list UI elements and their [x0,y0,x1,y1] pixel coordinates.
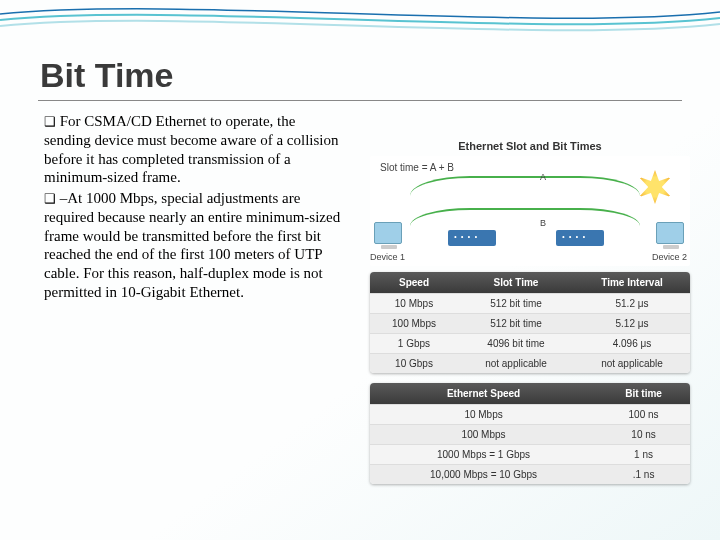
table-row: 10 Gbpsnot applicablenot applicable [370,353,690,373]
device-2-icon [656,222,684,244]
label-a: A [540,172,546,182]
table-header: Speed [370,272,458,293]
table-header: Bit time [597,383,690,404]
table-header: Slot Time [458,272,574,293]
table-row: 10 Mbps100 ns [370,404,690,424]
device-1-label: Device 1 [370,252,405,262]
table-header: Ethernet Speed [370,383,597,404]
table-row: 100 Mbps10 ns [370,424,690,444]
network-diagram: Slot time = A + B A B • • • • • • • • De… [370,156,690,266]
bullet-text-2: –At 1000 Mbps, special adjustments are r… [44,190,340,300]
table-row: 1000 Mbps = 1 Gbps1 ns [370,444,690,464]
figure-title: Ethernet Slot and Bit Times [370,140,690,152]
slot-time-table: Speed Slot Time Time Interval 10 Mbps512… [370,272,690,373]
page-title: Bit Time [40,56,174,95]
device-1-icon [374,222,402,244]
bullet-text-1: For CSMA/CD Ethernet to operate, the sen… [44,113,339,185]
bullet-icon: ❑ [44,114,60,129]
table-header: Time Interval [574,272,690,293]
device-2-label: Device 2 [652,252,687,262]
wave-decoration [0,0,720,40]
table-row: 1 Gbps4096 bit time4.096 μs [370,333,690,353]
bullet-icon: ❑ [44,191,60,206]
figure-container: Ethernet Slot and Bit Times Slot time = … [370,140,690,484]
slot-label: Slot time = A + B [380,162,454,173]
bit-time-table: Ethernet Speed Bit time 10 Mbps100 ns 10… [370,383,690,484]
switch-2-icon: • • • • [556,230,604,246]
bullet-list: ❑ For CSMA/CD Ethernet to operate, the s… [44,112,344,304]
collision-icon [638,170,672,204]
table-row: 10,000 Mbps = 10 Gbps.1 ns [370,464,690,484]
label-b: B [540,218,546,228]
switch-1-icon: • • • • [448,230,496,246]
table-row: 100 Mbps512 bit time5.12 μs [370,313,690,333]
title-underline [38,100,682,101]
arc-b [410,208,640,244]
table-row: 10 Mbps512 bit time51.2 μs [370,293,690,313]
